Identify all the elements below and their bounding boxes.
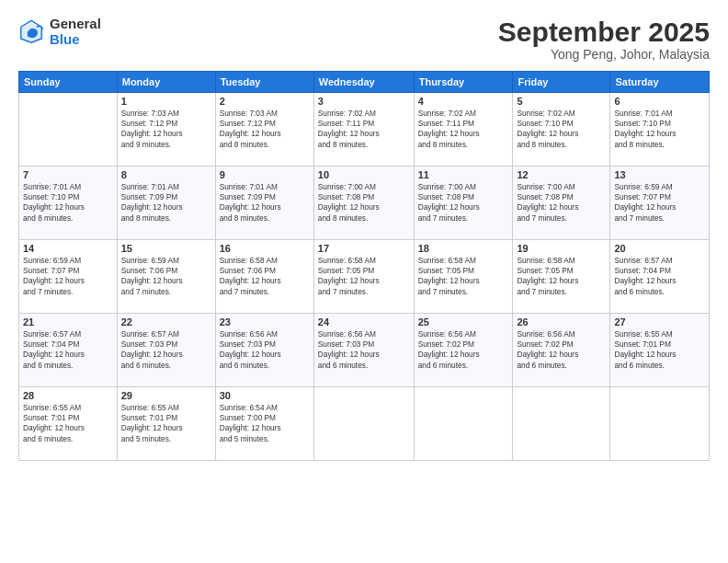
calendar-week-row: 1Sunrise: 7:03 AMSunset: 7:12 PMDaylight… — [19, 93, 710, 167]
day-info: Sunrise: 6:54 AMSunset: 7:00 PMDaylight:… — [220, 403, 310, 444]
day-number: 13 — [614, 169, 705, 180]
day-info: Sunrise: 7:00 AMSunset: 7:08 PMDaylight:… — [418, 182, 509, 224]
calendar-cell: 26Sunrise: 6:56 AMSunset: 7:02 PMDayligh… — [513, 314, 610, 387]
day-info: Sunrise: 7:02 AMSunset: 7:10 PMDaylight:… — [517, 109, 606, 150]
calendar-table: Sunday Monday Tuesday Wednesday Thursday… — [18, 71, 710, 461]
day-info: Sunrise: 6:58 AMSunset: 7:05 PMDaylight:… — [318, 256, 410, 297]
day-info: Sunrise: 7:00 AMSunset: 7:08 PMDaylight:… — [318, 182, 410, 224]
title-block: September 2025 Yong Peng, Johor, Malaysi… — [498, 17, 710, 62]
day-info: Sunrise: 7:01 AMSunset: 7:09 PMDaylight:… — [220, 182, 310, 224]
day-info: Sunrise: 6:57 AMSunset: 7:04 PMDaylight:… — [23, 329, 113, 371]
day-number: 25 — [418, 316, 509, 327]
day-info: Sunrise: 7:02 AMSunset: 7:11 PMDaylight:… — [418, 109, 509, 150]
calendar-cell: 3Sunrise: 7:02 AMSunset: 7:11 PMDaylight… — [313, 93, 414, 167]
day-number: 22 — [121, 316, 211, 327]
day-number: 27 — [614, 316, 705, 327]
header-row: Sunday Monday Tuesday Wednesday Thursday… — [19, 72, 710, 93]
calendar-cell: 5Sunrise: 7:02 AMSunset: 7:10 PMDaylight… — [513, 93, 610, 167]
day-info: Sunrise: 6:59 AMSunset: 7:07 PMDaylight:… — [23, 256, 113, 297]
day-number: 9 — [220, 169, 310, 180]
day-number: 16 — [220, 243, 310, 254]
day-info: Sunrise: 7:01 AMSunset: 7:10 PMDaylight:… — [614, 109, 705, 150]
day-info: Sunrise: 7:03 AMSunset: 7:12 PMDaylight:… — [121, 109, 211, 150]
calendar-cell: 9Sunrise: 7:01 AMSunset: 7:09 PMDaylight… — [215, 167, 313, 240]
day-number: 28 — [23, 390, 113, 401]
day-info: Sunrise: 6:58 AMSunset: 7:06 PMDaylight:… — [220, 256, 310, 297]
day-number: 15 — [121, 243, 211, 254]
calendar-cell — [19, 93, 118, 167]
day-number: 30 — [220, 390, 310, 401]
calendar-cell: 2Sunrise: 7:03 AMSunset: 7:12 PMDaylight… — [215, 93, 313, 167]
calendar-cell: 15Sunrise: 6:59 AMSunset: 7:06 PMDayligh… — [117, 240, 215, 314]
calendar-cell: 21Sunrise: 6:57 AMSunset: 7:04 PMDayligh… — [19, 314, 118, 387]
page: General Blue September 2025 Yong Peng, J… — [0, 0, 728, 563]
day-number: 4 — [418, 96, 509, 107]
calendar-cell — [513, 387, 610, 461]
calendar-cell: 17Sunrise: 6:58 AMSunset: 7:05 PMDayligh… — [313, 240, 414, 314]
day-number: 6 — [614, 96, 705, 107]
day-info: Sunrise: 6:55 AMSunset: 7:01 PMDaylight:… — [121, 403, 211, 444]
calendar-cell: 27Sunrise: 6:55 AMSunset: 7:01 PMDayligh… — [610, 314, 710, 387]
day-number: 23 — [220, 316, 310, 327]
calendar-cell: 6Sunrise: 7:01 AMSunset: 7:10 PMDaylight… — [610, 93, 710, 167]
day-number: 19 — [517, 243, 606, 254]
day-number: 3 — [318, 96, 410, 107]
day-info: Sunrise: 6:55 AMSunset: 7:01 PMDaylight:… — [23, 403, 113, 444]
calendar-cell: 14Sunrise: 6:59 AMSunset: 7:07 PMDayligh… — [19, 240, 118, 314]
main-title: September 2025 — [498, 17, 710, 47]
day-info: Sunrise: 6:58 AMSunset: 7:05 PMDaylight:… — [517, 256, 606, 297]
col-saturday: Saturday — [610, 72, 710, 93]
day-info: Sunrise: 6:57 AMSunset: 7:03 PMDaylight:… — [121, 329, 211, 371]
calendar-cell: 29Sunrise: 6:55 AMSunset: 7:01 PMDayligh… — [117, 387, 215, 461]
calendar-cell: 11Sunrise: 7:00 AMSunset: 7:08 PMDayligh… — [414, 167, 513, 240]
day-info: Sunrise: 7:03 AMSunset: 7:12 PMDaylight:… — [220, 109, 310, 150]
calendar-body: 1Sunrise: 7:03 AMSunset: 7:12 PMDaylight… — [19, 93, 710, 461]
day-number: 1 — [121, 96, 211, 107]
header: General Blue September 2025 Yong Peng, J… — [18, 17, 710, 62]
day-info: Sunrise: 6:57 AMSunset: 7:04 PMDaylight:… — [614, 256, 705, 297]
day-number: 20 — [614, 243, 705, 254]
col-tuesday: Tuesday — [215, 72, 313, 93]
day-info: Sunrise: 6:56 AMSunset: 7:03 PMDaylight:… — [220, 329, 310, 371]
calendar-cell: 12Sunrise: 7:00 AMSunset: 7:08 PMDayligh… — [513, 167, 610, 240]
calendar-week-row: 14Sunrise: 6:59 AMSunset: 7:07 PMDayligh… — [19, 240, 710, 314]
day-info: Sunrise: 6:55 AMSunset: 7:01 PMDaylight:… — [614, 329, 705, 371]
day-number: 14 — [23, 243, 113, 254]
day-number: 8 — [121, 169, 211, 180]
calendar-cell: 1Sunrise: 7:03 AMSunset: 7:12 PMDaylight… — [117, 93, 215, 167]
day-number: 5 — [517, 96, 606, 107]
day-number: 26 — [517, 316, 606, 327]
day-info: Sunrise: 6:56 AMSunset: 7:02 PMDaylight:… — [517, 329, 606, 371]
calendar-cell: 18Sunrise: 6:58 AMSunset: 7:05 PMDayligh… — [414, 240, 513, 314]
calendar-header: Sunday Monday Tuesday Wednesday Thursday… — [19, 72, 710, 93]
calendar-cell: 8Sunrise: 7:01 AMSunset: 7:09 PMDaylight… — [117, 167, 215, 240]
day-info: Sunrise: 7:01 AMSunset: 7:10 PMDaylight:… — [23, 182, 113, 224]
subtitle: Yong Peng, Johor, Malaysia — [498, 47, 710, 62]
calendar-cell: 22Sunrise: 6:57 AMSunset: 7:03 PMDayligh… — [117, 314, 215, 387]
day-number: 7 — [23, 169, 113, 180]
calendar-week-row: 7Sunrise: 7:01 AMSunset: 7:10 PMDaylight… — [19, 167, 710, 240]
calendar-week-row: 21Sunrise: 6:57 AMSunset: 7:04 PMDayligh… — [19, 314, 710, 387]
calendar-cell: 7Sunrise: 7:01 AMSunset: 7:10 PMDaylight… — [19, 167, 118, 240]
logo: General Blue — [18, 17, 101, 47]
calendar-cell: 30Sunrise: 6:54 AMSunset: 7:00 PMDayligh… — [215, 387, 313, 461]
calendar-cell: 20Sunrise: 6:57 AMSunset: 7:04 PMDayligh… — [610, 240, 710, 314]
day-number: 11 — [418, 169, 509, 180]
logo-text: General Blue — [50, 17, 101, 47]
day-info: Sunrise: 6:56 AMSunset: 7:03 PMDaylight:… — [318, 329, 410, 371]
day-info: Sunrise: 6:59 AMSunset: 7:06 PMDaylight:… — [121, 256, 211, 297]
day-info: Sunrise: 6:58 AMSunset: 7:05 PMDaylight:… — [418, 256, 509, 297]
day-number: 17 — [318, 243, 410, 254]
calendar-cell: 24Sunrise: 6:56 AMSunset: 7:03 PMDayligh… — [313, 314, 414, 387]
col-wednesday: Wednesday — [313, 72, 414, 93]
day-number: 12 — [517, 169, 606, 180]
day-number: 29 — [121, 390, 211, 401]
calendar-cell: 19Sunrise: 6:58 AMSunset: 7:05 PMDayligh… — [513, 240, 610, 314]
day-number: 24 — [318, 316, 410, 327]
calendar-cell: 13Sunrise: 6:59 AMSunset: 7:07 PMDayligh… — [610, 167, 710, 240]
day-info: Sunrise: 6:59 AMSunset: 7:07 PMDaylight:… — [614, 182, 705, 224]
logo-blue-label: Blue — [50, 32, 101, 48]
day-number: 18 — [418, 243, 509, 254]
day-number: 2 — [220, 96, 310, 107]
calendar-cell: 23Sunrise: 6:56 AMSunset: 7:03 PMDayligh… — [215, 314, 313, 387]
